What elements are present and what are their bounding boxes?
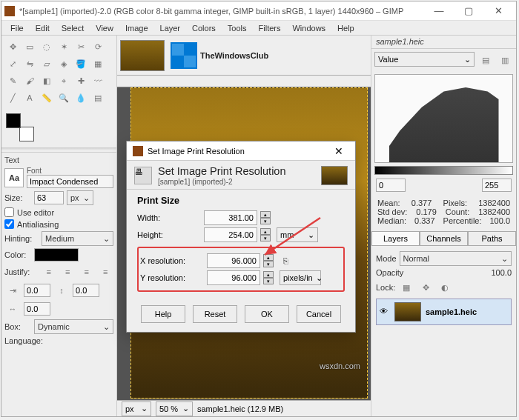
maximize-button[interactable]: ▢	[454, 3, 483, 19]
tool-fuzzy-select-icon[interactable]: ✶	[56, 39, 72, 55]
tool-heal-icon[interactable]: ✚	[73, 73, 89, 89]
line-spacing-input[interactable]	[73, 284, 99, 297]
layers-panel: Mode Normal Opacity 100.0 Lock: ▦ ✥ ◐ 👁 …	[371, 246, 516, 328]
height-input[interactable]	[204, 227, 257, 242]
tool-path-icon[interactable]: ╱	[4, 90, 21, 106]
tool-rotate-icon[interactable]: ⟳	[90, 39, 106, 55]
tool-scale-icon[interactable]: ⤢	[4, 56, 21, 72]
justify-center-icon[interactable]: ≡	[59, 264, 76, 280]
minimize-button[interactable]: —	[424, 3, 454, 19]
status-zoom-select[interactable]: 50 %	[156, 401, 193, 416]
menu-view[interactable]: View	[90, 22, 119, 34]
menu-layer[interactable]: Layer	[154, 22, 187, 34]
tab-layers[interactable]: Layers	[371, 231, 420, 245]
range-hi-input[interactable]	[482, 179, 512, 192]
size-unit-select[interactable]: px	[67, 190, 93, 205]
lock-alpha-icon[interactable]: ◐	[437, 279, 453, 296]
indent-icon: ⇥	[4, 282, 21, 299]
histogram-log-icon[interactable]: ▥	[497, 52, 513, 68]
tab-channels[interactable]: Channels	[420, 231, 468, 245]
xres-spinner[interactable]: ▴▾	[263, 254, 277, 267]
tab-paths[interactable]: Paths	[468, 231, 516, 245]
tool-flip-icon[interactable]: ⇋	[22, 56, 38, 72]
titlebar: *[sample1] (imported)-2.0 (RGB color 8-b…	[1, 1, 516, 21]
font-name-input[interactable]	[27, 175, 113, 188]
menu-filters[interactable]: Filters	[253, 22, 287, 34]
menu-edit[interactable]: Edit	[30, 22, 56, 34]
tool-perspective-icon[interactable]: ▱	[39, 56, 55, 72]
menu-help[interactable]: Help	[331, 22, 360, 34]
histogram-linear-icon[interactable]: ▤	[477, 52, 494, 68]
menu-colors[interactable]: Colors	[186, 22, 222, 34]
dialog-close-button[interactable]: ✕	[328, 145, 349, 157]
stat-mean-value: 0.377	[411, 199, 432, 207]
eye-icon[interactable]: 👁	[380, 307, 390, 317]
antialias-checkbox[interactable]	[4, 219, 14, 229]
stat-median-value: 0.337	[414, 216, 435, 225]
menu-select[interactable]: Select	[56, 22, 90, 34]
histogram-channel-select[interactable]: Value	[374, 52, 475, 67]
layer-item[interactable]: 👁 sample1.heic	[376, 299, 512, 325]
text-color-well[interactable]	[34, 248, 79, 261]
tool-gradient-icon[interactable]: ▦	[90, 56, 106, 72]
tool-brush-icon[interactable]: 🖌	[22, 73, 38, 89]
size-input[interactable]	[34, 191, 64, 204]
box-select[interactable]: Dynamic	[34, 319, 113, 334]
justify-fill-icon[interactable]: ≡	[98, 264, 114, 280]
size-unit-select[interactable]: mm	[277, 227, 318, 242]
menu-image[interactable]: Image	[119, 22, 154, 34]
ok-button[interactable]: OK	[245, 305, 289, 323]
yres-spinner[interactable]: ▴▾	[263, 271, 277, 284]
help-button[interactable]: Help	[141, 305, 185, 323]
tool-bucket-icon[interactable]: 🪣	[73, 56, 89, 72]
ruler-horizontal[interactable]	[117, 76, 371, 87]
tool-color-picker-icon[interactable]: 💧	[73, 90, 89, 106]
tool-move-icon[interactable]: ✥	[4, 39, 21, 55]
tool-text-icon[interactable]: A	[22, 90, 38, 106]
tool-unified-icon[interactable]: ◈	[56, 56, 72, 72]
dialog-titlebar[interactable]: Set Image Print Resolution ✕	[127, 141, 355, 161]
tool-measure-icon[interactable]: 📏	[39, 90, 55, 106]
yres-input[interactable]	[207, 270, 260, 285]
fg-color-swatch[interactable]	[6, 113, 21, 128]
stat-pct-value: 100.0	[489, 216, 510, 225]
mode-label: Mode	[376, 254, 397, 263]
font-preview-button[interactable]: Aa	[4, 168, 24, 187]
range-lo-input[interactable]	[376, 179, 406, 192]
tool-clone-icon[interactable]: ⌖	[56, 73, 72, 89]
status-unit-select[interactable]: px	[122, 401, 151, 416]
hinting-select[interactable]: Medium	[42, 231, 113, 246]
mode-select[interactable]: Normal	[400, 251, 512, 266]
width-spinner[interactable]: ▴▾	[260, 211, 274, 224]
res-unit-select[interactable]: pixels/in	[280, 270, 321, 285]
use-editor-checkbox[interactable]	[4, 207, 14, 217]
cancel-button[interactable]: Cancel	[297, 305, 341, 323]
letter-spacing-input[interactable]	[24, 302, 50, 316]
indent-input[interactable]	[24, 284, 50, 297]
image-thumbnail[interactable]	[120, 40, 165, 71]
tool-smudge-icon[interactable]: 〰	[90, 73, 106, 89]
tool-align-icon[interactable]: ▤	[90, 90, 106, 106]
tool-crop-icon[interactable]: ✂	[73, 39, 89, 55]
tool-pencil-icon[interactable]: ✎	[4, 73, 21, 89]
tool-eraser-icon[interactable]: ◧	[39, 73, 55, 89]
bg-color-swatch[interactable]	[19, 127, 34, 141]
menu-tools[interactable]: Tools	[222, 22, 253, 34]
gradient-strip[interactable]	[374, 166, 513, 175]
lock-pixel-icon[interactable]: ▦	[398, 279, 414, 296]
menu-file[interactable]: File	[4, 22, 30, 34]
xres-input[interactable]	[207, 253, 260, 268]
justify-left-icon[interactable]: ≡	[41, 264, 57, 280]
justify-right-icon[interactable]: ≡	[79, 264, 95, 280]
tool-free-select-icon[interactable]: ◌	[39, 39, 55, 55]
tool-rect-select-icon[interactable]: ▭	[22, 39, 38, 55]
reset-button[interactable]: Reset	[193, 305, 237, 323]
link-icon[interactable]: ⎘	[280, 256, 291, 265]
resolution-highlight-box: X resolution: ▴▾ ⎘ Y resolution: ▴▾ pixe…	[137, 247, 345, 292]
tool-zoom-icon[interactable]: 🔍	[56, 90, 72, 106]
lock-position-icon[interactable]: ✥	[417, 279, 434, 296]
width-input[interactable]	[204, 210, 257, 225]
menu-windows[interactable]: Windows	[286, 22, 331, 34]
close-button[interactable]: ✕	[483, 3, 513, 19]
height-spinner[interactable]: ▴▾	[260, 228, 274, 241]
